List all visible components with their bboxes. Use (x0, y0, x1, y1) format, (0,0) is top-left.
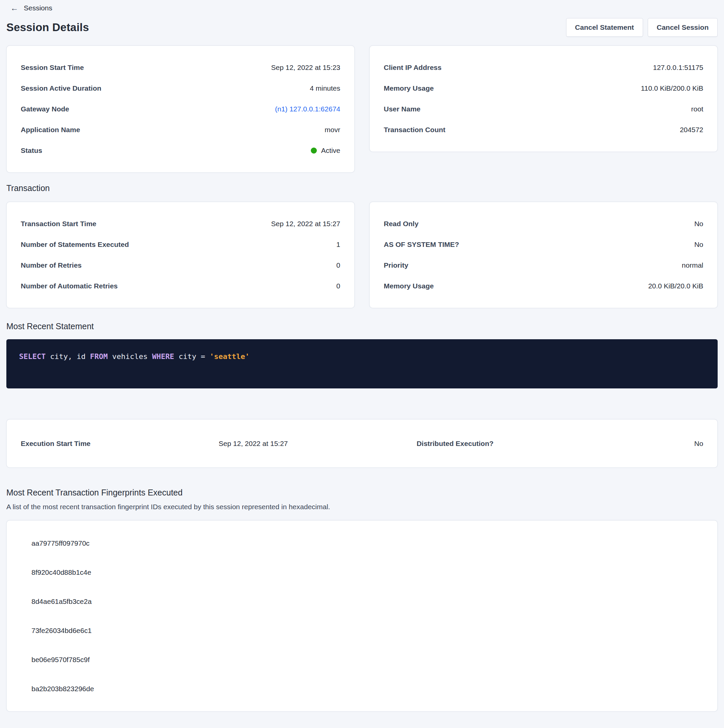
kv-row-session-start-time: Session Start Time Sep 12, 2022 at 15:23 (21, 57, 340, 78)
fingerprint-row: 73fe26034bd6e6c1 (31, 616, 703, 645)
fingerprint-id: be06e9570f785c9f (31, 656, 90, 664)
transaction-section-title: Transaction (6, 184, 718, 193)
most-recent-statement-title: Most Recent Statement (6, 321, 718, 331)
page-header: Session Details Cancel Statement Cancel … (6, 18, 718, 37)
kv-row-priority: Priority normal (384, 255, 703, 276)
automatic-retries-label: Number of Automatic Retries (21, 282, 118, 290)
fingerprint-row: be06e9570f785c9f (31, 645, 703, 674)
automatic-retries-value: 0 (336, 282, 340, 290)
execution-start-time-label: Execution Start Time (21, 440, 219, 448)
kv-row-session-active-duration: Session Active Duration 4 minutes (21, 78, 340, 99)
back-arrow-icon: ← (11, 4, 18, 12)
cancel-statement-button[interactable]: Cancel Statement (566, 18, 643, 37)
retries-value: 0 (336, 261, 340, 269)
header-actions: Cancel Statement Cancel Session (566, 18, 718, 37)
kv-row-session-memory-usage: Memory Usage 110.0 KiB/200.0 KiB (384, 78, 703, 99)
retries-label: Number of Retries (21, 261, 82, 269)
transaction-count-value: 204572 (680, 126, 703, 134)
kv-row-transaction-start-time: Transaction Start Time Sep 12, 2022 at 1… (21, 213, 340, 234)
read-only-label: Read Only (384, 220, 419, 228)
kv-row-transaction-memory-usage: Memory Usage 20.0 KiB/20.0 KiB (384, 276, 703, 297)
gateway-node-label: Gateway Node (21, 105, 69, 113)
kv-row-as-of-system-time: AS OF SYSTEM TIME? No (384, 234, 703, 255)
client-info-card: Client IP Address 127.0.0.1:51175 Memory… (369, 46, 718, 152)
kv-row-client-ip: Client IP Address 127.0.0.1:51175 (384, 57, 703, 78)
gateway-node-link[interactable]: (n1) 127.0.0.1:62674 (275, 105, 340, 113)
fingerprints-card: aa79775ff097970c 8f920c40d88b1c4e 8d4ae6… (6, 520, 718, 711)
session-details-page: ← Sessions Session Details Cancel Statem… (0, 0, 724, 721)
session-start-time-value: Sep 12, 2022 at 15:23 (271, 64, 340, 72)
fingerprint-id: 8f920c40d88b1c4e (31, 568, 91, 577)
status-value: Active (321, 147, 340, 154)
fingerprint-id: 8d4ae61a5fb3ce2a (31, 598, 92, 606)
breadcrumb-label: Sessions (24, 4, 52, 12)
execution-card: Execution Start Time Sep 12, 2022 at 15:… (6, 419, 718, 468)
fingerprint-row: ba2b203b823296de (31, 674, 703, 703)
fingerprint-id: 73fe26034bd6e6c1 (31, 627, 92, 635)
session-memory-usage-label: Memory Usage (384, 84, 433, 92)
transaction-start-time-label: Transaction Start Time (21, 220, 96, 228)
transaction-memory-usage-label: Memory Usage (384, 282, 433, 290)
user-name-label: User Name (384, 105, 421, 113)
kv-row-status: Status Active (21, 140, 340, 161)
summary-cards: Session Start Time Sep 12, 2022 at 15:23… (6, 46, 718, 173)
priority-label: Priority (384, 261, 409, 269)
session-active-duration-label: Session Active Duration (21, 84, 101, 92)
transaction-start-time-value: Sep 12, 2022 at 15:27 (271, 220, 340, 228)
cancel-session-button[interactable]: Cancel Session (648, 18, 718, 37)
kv-row-statements-executed: Number of Statements Executed 1 (21, 234, 340, 255)
kv-row-transaction-count: Transaction Count 204572 (384, 119, 703, 140)
application-name-value: movr (324, 126, 340, 134)
session-start-time-label: Session Start Time (21, 64, 84, 72)
kv-row-gateway-node: Gateway Node (n1) 127.0.0.1:62674 (21, 99, 340, 119)
as-of-system-time-value: No (694, 240, 703, 249)
distributed-execution-label: Distributed Execution? (416, 440, 594, 448)
kv-row-automatic-retries: Number of Automatic Retries 0 (21, 276, 340, 297)
statements-executed-value: 1 (336, 240, 340, 249)
fingerprint-row: aa79775ff097970c (31, 529, 703, 558)
priority-value: normal (682, 261, 703, 269)
kv-row-read-only: Read Only No (384, 213, 703, 234)
status-label: Status (21, 147, 42, 154)
sql-string-literal: 'seattle' (210, 352, 249, 361)
fingerprint-row: 8d4ae61a5fb3ce2a (31, 587, 703, 616)
client-ip-label: Client IP Address (384, 64, 442, 72)
kv-row-application-name: Application Name movr (21, 119, 340, 140)
read-only-value: No (694, 220, 703, 228)
execution-start-time-value: Sep 12, 2022 at 15:27 (219, 440, 417, 448)
fingerprint-id: aa79775ff097970c (31, 539, 90, 548)
session-memory-usage-value: 110.0 KiB/200.0 KiB (641, 84, 703, 92)
sql-keyword-where: WHERE (152, 352, 178, 361)
distributed-execution-value: No (594, 440, 703, 448)
transaction-stats-card: Transaction Start Time Sep 12, 2022 at 1… (6, 202, 355, 308)
statements-executed-label: Number of Statements Executed (21, 240, 129, 249)
session-info-card: Session Start Time Sep 12, 2022 at 15:23… (6, 46, 355, 173)
fingerprint-id: ba2b203b823296de (31, 685, 94, 693)
transaction-props-card: Read Only No AS OF SYSTEM TIME? No Prior… (369, 202, 718, 308)
sql-columns: city, id (50, 352, 90, 361)
sql-condition: city = (179, 352, 210, 361)
breadcrumb-back-sessions[interactable]: ← Sessions (6, 3, 56, 14)
application-name-label: Application Name (21, 126, 80, 134)
sql-keyword-from: FROM (90, 352, 112, 361)
fingerprints-section-title: Most Recent Transaction Fingerprints Exe… (6, 488, 718, 497)
transaction-memory-usage-value: 20.0 KiB/20.0 KiB (648, 282, 703, 290)
session-active-duration-value: 4 minutes (310, 84, 340, 92)
transaction-cards: Transaction Start Time Sep 12, 2022 at 1… (6, 202, 718, 308)
user-name-value: root (691, 105, 703, 113)
sql-statement-box: SELECT city, id FROM vehicles WHERE city… (6, 339, 718, 388)
kv-row-retries: Number of Retries 0 (21, 255, 340, 276)
fingerprint-row: 8f920c40d88b1c4e (31, 558, 703, 587)
status-badge: Active (311, 147, 340, 154)
as-of-system-time-label: AS OF SYSTEM TIME? (384, 240, 459, 249)
transaction-count-label: Transaction Count (384, 126, 445, 134)
page-title: Session Details (6, 21, 89, 34)
fingerprints-description: A list of the most recent transaction fi… (6, 503, 718, 511)
client-ip-value: 127.0.0.1:51175 (653, 64, 703, 72)
status-active-dot-icon (311, 148, 317, 154)
sql-keyword-select: SELECT (19, 352, 50, 361)
sql-table: vehicles (112, 352, 152, 361)
kv-row-user-name: User Name root (384, 99, 703, 119)
